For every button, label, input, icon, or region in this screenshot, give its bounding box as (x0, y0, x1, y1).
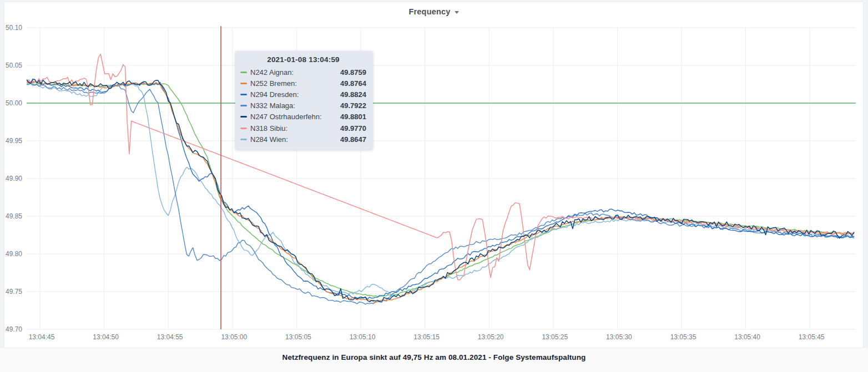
x-axis-tick-label: 13:05:45 (799, 333, 825, 341)
series-line-n284-wien (27, 83, 854, 298)
series-line-n247-ostrhauderfehn (27, 79, 854, 302)
series-label: N318 Sibiu: (250, 124, 340, 133)
y-axis-tick-label: 50.00 (6, 99, 22, 107)
series-value: 49.8759 (340, 68, 366, 77)
y-axis-tick-label: 49.75 (6, 288, 22, 295)
x-axis-tick-label: 13:05:30 (606, 333, 632, 341)
series-color-swatch-icon (240, 94, 247, 95)
y-axis-tick-label: 49.70 (6, 325, 22, 333)
series-label: N252 Bremen: (250, 79, 340, 88)
x-axis-tick-label: 13:04:45 (29, 333, 55, 341)
frequency-chart[interactable]: 50.1050.0550.0049.9549.9049.8549.8049.75… (0, 0, 868, 372)
tooltip-row: N284 Wien:49.8647 (240, 134, 366, 145)
y-axis-tick-label: 49.80 (6, 250, 22, 258)
x-axis-tick-label: 13:05:25 (542, 333, 568, 341)
x-axis-tick-label: 13:05:20 (478, 333, 504, 341)
x-axis-tick-label: 13:05:40 (734, 333, 760, 341)
series-line-n242-aignan (27, 83, 854, 297)
series-line-n294-dresden (27, 80, 854, 299)
x-axis-tick-label: 13:05:05 (285, 333, 311, 341)
caption-bar: Netzfrequenz in Europa sinkt auf 49,75 H… (0, 348, 868, 372)
x-axis-tick-label: 13:05:15 (413, 333, 440, 341)
tooltip-timestamp: 2021-01-08 13:04:59 (240, 55, 366, 67)
y-axis-tick-label: 49.85 (6, 212, 22, 220)
series-label: N294 Dresden: (250, 90, 340, 99)
series-line-n318-sibiu (27, 54, 854, 281)
y-axis-tick-label: 50.10 (6, 24, 22, 32)
chart-tooltip: 2021-01-08 13:04:59 N242 Aignan:49.8759N… (235, 51, 373, 150)
tooltip-row: N247 Ostrhauderfehn:49.8801 (240, 111, 366, 123)
tooltip-rows: N242 Aignan:49.8759N252 Bremen:49.8764N2… (240, 67, 366, 145)
series-color-swatch-icon (240, 128, 247, 129)
series-color-swatch-icon (240, 83, 247, 84)
series-label: N284 Wien: (250, 135, 340, 144)
tooltip-row: N318 Sibiu:49.9770 (240, 123, 366, 134)
series-label: N332 Malaga: (250, 101, 340, 110)
x-axis-tick-label: 13:05:00 (221, 333, 247, 341)
series-color-swatch-icon (240, 116, 247, 118)
series-label: N247 Ostrhauderfehn: (250, 113, 340, 121)
series-value: 49.7922 (340, 101, 366, 110)
tooltip-row: N294 Dresden:49.8824 (240, 89, 366, 100)
y-axis-tick-label: 50.05 (6, 62, 22, 69)
series-line-n332-malaga (27, 83, 854, 304)
series-color-swatch-icon (240, 72, 247, 73)
series-color-swatch-icon (240, 139, 247, 140)
series-color-swatch-icon (240, 105, 247, 106)
series-value: 49.9770 (340, 124, 366, 133)
y-axis-tick-label: 49.95 (6, 137, 22, 145)
series-value: 49.8764 (340, 79, 366, 88)
caption-text: Netzfrequenz in Europa sinkt auf 49,75 H… (282, 353, 586, 361)
series-value: 49.8801 (340, 113, 366, 121)
series-label: N242 Aignan: (250, 68, 340, 77)
y-axis-tick-label: 49.90 (6, 175, 22, 182)
tooltip-row: N242 Aignan:49.8759 (240, 67, 366, 78)
x-axis-tick-label: 13:05:35 (670, 333, 697, 341)
tooltip-row: N252 Bremen:49.8764 (240, 78, 366, 89)
x-axis-tick-label: 13:04:55 (157, 333, 183, 341)
series-value: 49.8824 (340, 90, 366, 99)
series-value: 49.8647 (340, 135, 366, 144)
x-axis-tick-label: 13:05:10 (350, 333, 376, 341)
tooltip-row: N332 Malaga:49.7922 (240, 100, 366, 111)
x-axis-tick-label: 13:04:50 (93, 333, 119, 341)
